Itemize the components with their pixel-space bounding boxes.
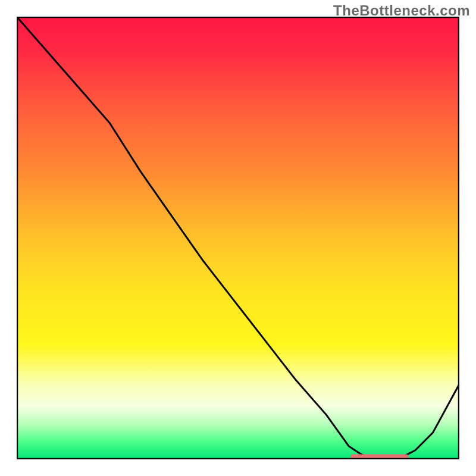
chart-container [17, 17, 459, 459]
watermark-text: TheBottleneck.com [333, 2, 470, 19]
chart-svg [17, 17, 459, 459]
chart-background [17, 17, 459, 459]
